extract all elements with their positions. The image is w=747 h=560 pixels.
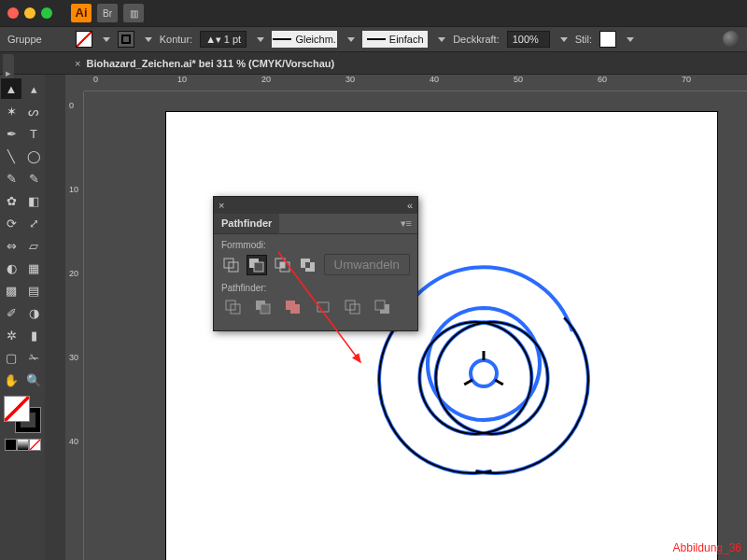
free-transform-tool[interactable]: ▱	[23, 235, 44, 256]
selection-type-label: Gruppe	[7, 34, 42, 45]
pf-minus-back[interactable]	[371, 297, 395, 317]
stroke-profile-dropdown[interactable]	[347, 37, 355, 42]
style-dropdown[interactable]	[627, 37, 634, 42]
lasso-tool[interactable]: ᔕ	[23, 101, 44, 121]
stroke-weight-input[interactable]: ▲▾1 pt	[200, 31, 247, 48]
paintbrush-tool[interactable]: ✎	[1, 168, 21, 189]
svg-rect-21	[317, 302, 329, 312]
line-tool[interactable]: ╲	[1, 146, 21, 166]
ruler-tick: 70	[682, 75, 691, 84]
mesh-tool[interactable]: ▩	[1, 280, 21, 301]
symbol-sprayer-tool[interactable]: ✲	[1, 325, 21, 345]
document-tab-title[interactable]: Biohazard_Zeichen.ai* bei 311 % (CMYK/Vo…	[86, 58, 334, 69]
panel-collapse-icon[interactable]: «	[407, 200, 413, 211]
pf-merge[interactable]	[281, 297, 305, 317]
column-graph-tool[interactable]: ▮	[23, 325, 44, 345]
pathfinder-ops-label: Pathfinder:	[221, 283, 410, 293]
minimize-window-button[interactable]	[24, 7, 35, 19]
vertical-ruler[interactable]: 0 10 20 30 40	[67, 91, 84, 560]
selection-tool[interactable]: ▲	[1, 78, 21, 99]
artboard[interactable]	[166, 112, 717, 560]
figure-caption: Abbildung_36	[673, 541, 741, 554]
fill-color-box[interactable]	[4, 396, 30, 422]
gradient-tool[interactable]: ▤	[23, 280, 44, 301]
ruler-tick: 0	[69, 101, 74, 110]
shape-mode-unite[interactable]	[221, 255, 241, 275]
magic-wand-tool[interactable]: ✶	[1, 101, 21, 121]
shape-mode-intersect[interactable]	[273, 255, 292, 275]
ruler-tick: 10	[177, 75, 187, 84]
color-mode-none[interactable]	[29, 439, 41, 451]
opacity-input[interactable]: 100%	[507, 31, 550, 48]
svg-rect-25	[375, 301, 385, 310]
panel-header[interactable]: × «	[214, 197, 417, 214]
zoom-window-button[interactable]	[41, 7, 52, 19]
artboard-tool[interactable]: ▢	[1, 347, 21, 368]
stroke-profile-select[interactable]: Gleichm.	[272, 31, 337, 48]
pen-tool[interactable]: ✒	[1, 123, 21, 144]
color-mode-toggles	[5, 439, 41, 451]
brush-definition-select[interactable]: Einfach	[362, 31, 428, 48]
pf-divide[interactable]	[221, 297, 246, 317]
hand-tool[interactable]: ✋	[1, 370, 21, 390]
pf-outline[interactable]	[341, 297, 365, 317]
scale-tool[interactable]: ⤢	[23, 213, 44, 233]
pathfinder-tab[interactable]: Pathfinder	[214, 214, 279, 233]
shape-mode-exclude[interactable]	[298, 255, 317, 275]
zoom-tool[interactable]: 🔍	[23, 370, 44, 390]
collapsed-left-dock[interactable]	[45, 75, 65, 560]
eyedropper-tool[interactable]: ✐	[1, 302, 21, 323]
pf-trim[interactable]	[251, 297, 275, 317]
stroke-weight-dropdown[interactable]	[257, 37, 264, 42]
control-bar: Gruppe Kontur: ▲▾1 pt Gleichm. Einfach D…	[0, 26, 747, 52]
blend-tool[interactable]: ◑	[23, 302, 44, 323]
slice-tool[interactable]: ✁	[23, 347, 44, 368]
svg-rect-20	[290, 304, 300, 314]
style-label: Stil:	[575, 34, 592, 45]
graphic-style-swatch[interactable]	[599, 31, 616, 48]
perspective-grid-tool[interactable]: ▦	[23, 258, 44, 278]
blob-brush-tool[interactable]: ✿	[1, 190, 21, 211]
panel-menu-icon[interactable]: ▾≡	[395, 214, 417, 233]
macos-titlebar: Ai Br ▥	[0, 0, 747, 26]
ellipse-tool[interactable]: ◯	[23, 146, 44, 166]
fill-dropdown[interactable]	[103, 37, 110, 42]
color-mode-solid[interactable]	[5, 439, 17, 451]
shape-builder-tool[interactable]: ◐	[1, 258, 21, 278]
bridge-button[interactable]: Br	[97, 4, 118, 22]
close-tab-icon[interactable]: ×	[75, 58, 80, 69]
horizontal-ruler[interactable]: 0 10 20 30 40 50 60 70	[84, 75, 747, 91]
pf-crop[interactable]	[311, 297, 335, 317]
ruler-tick: 30	[69, 353, 78, 362]
rotate-tool[interactable]: ⟳	[1, 213, 21, 233]
arrange-documents-button[interactable]: ▥	[123, 4, 144, 22]
color-mode-gradient[interactable]	[17, 439, 29, 451]
opacity-dropdown[interactable]	[560, 37, 568, 42]
fill-stroke-control[interactable]	[4, 396, 41, 433]
stroke-label: Kontur:	[160, 34, 192, 45]
brush-dropdown[interactable]	[438, 37, 445, 42]
ruler-tick: 20	[69, 269, 78, 278]
ruler-tick: 30	[345, 75, 355, 84]
shape-mode-minus-front[interactable]	[247, 255, 267, 275]
document-tab-bar: × Biohazard_Zeichen.ai* bei 311 % (CMYK/…	[0, 52, 747, 75]
fill-swatch[interactable]	[76, 31, 92, 48]
ruler-tick: 40	[430, 75, 439, 84]
direct-selection-tool[interactable]: ▴	[23, 78, 44, 99]
type-tool[interactable]: T	[23, 123, 44, 144]
width-tool[interactable]: ⇔	[1, 235, 21, 256]
ruler-tick: 40	[69, 437, 78, 446]
window-controls	[7, 7, 52, 19]
eraser-tool[interactable]: ◧	[23, 190, 44, 211]
svg-rect-14	[305, 262, 310, 268]
pathfinder-panel[interactable]: × « Pathfinder ▾≡ Formmodi: Umwandeln Pa…	[213, 196, 418, 331]
stroke-dropdown[interactable]	[145, 37, 152, 42]
expand-button[interactable]: Umwandeln	[324, 254, 410, 275]
document-setup-button[interactable]	[723, 31, 740, 48]
ruler-tick: 0	[93, 75, 98, 84]
stroke-swatch[interactable]	[118, 31, 134, 48]
close-window-button[interactable]	[7, 7, 19, 19]
panel-close-icon[interactable]: ×	[218, 200, 224, 211]
svg-rect-11	[280, 262, 285, 268]
pencil-tool[interactable]: ✎	[23, 168, 44, 189]
